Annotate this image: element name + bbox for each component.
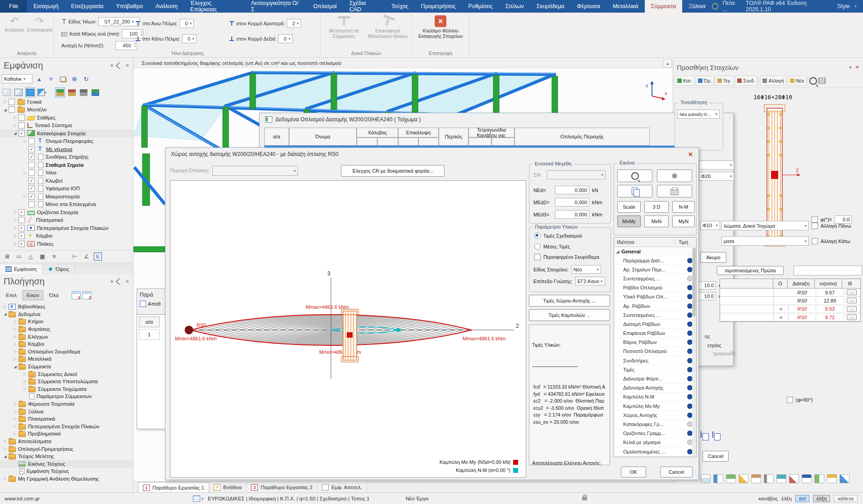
layout-row[interactable]: < RS0 9.53 ... [720,305,860,313]
design-values-radio[interactable]: Τιμές Σχεδιασμού [534,233,582,239]
tree-item[interactable]: Δεδομένα [0,311,133,318]
workspace-1-icon[interactable]: 1 [72,291,81,299]
compare-button[interactable]: < [774,306,789,312]
dimension-icon[interactable]: ⊢ [70,252,79,261]
menu-tab[interactable]: Σχέδια CAD [343,0,385,13]
zoom-window-icon[interactable] [58,74,68,84]
data-dialog-titlebar[interactable]: Δεδομένα Οπλισμού Διατομής W200/20/HEA24… [260,113,733,126]
akyro-button[interactable]: Άκυρο [700,252,726,263]
print-button[interactable] [657,185,692,197]
tree-checkbox[interactable] [18,115,25,121]
tree-checkbox[interactable] [18,217,25,223]
tree-checkbox[interactable] [28,185,35,192]
workspace-tab[interactable]: 2 Παράθυρο Εργασίας 2 [247,482,317,493]
menu-tab[interactable]: Υπόβαθρο [110,0,149,13]
tree-item[interactable]: Βιβλιοθήκες [0,303,133,311]
knowledge-level-combo[interactable]: ΕΓ2-Κανο [575,277,605,285]
3d-button[interactable]: 3 D [644,201,669,213]
epsilon-icon[interactable]: Ε [94,252,102,261]
solid-cube-button[interactable] [25,87,35,97]
tree-checkbox[interactable] [28,201,35,207]
close-icon[interactable]: ✕ [125,279,129,284]
tree-item[interactable]: Φορτίσεις [0,325,133,333]
tree-checkbox[interactable] [28,170,35,176]
render-mode-1-button[interactable] [55,87,65,97]
bottom-icon-strip[interactable] [701,474,849,483]
tree-item[interactable]: Σύμμεικτα Υποστυλώματα [0,378,133,385]
element-types-combo[interactable]: λώματα, Δοκοί Τοιχώμα [721,221,809,230]
workspace-2-icon[interactable]: 2 [83,291,92,299]
cancel-button[interactable]: Cancel [702,451,729,462]
tree-item[interactable]: Ξύλινα [0,408,133,415]
tree-expander-icon[interactable] [12,320,18,324]
nm-button[interactable]: N-M [672,201,695,213]
tree-expander-icon[interactable] [12,342,18,346]
tree-item[interactable]: Γενικά [0,98,133,106]
bottom-flange-combo[interactable]: 0 [182,34,197,43]
element-kind-combo[interactable]: Νέο [571,265,601,274]
tree-item[interactable]: Πεπερασμένα Στοιχεία Πλακών [0,423,133,431]
tree-item[interactable]: Μόνο στα Επιλεγμένα [0,201,133,209]
tree-expander-icon[interactable] [2,447,9,451]
render-mode-2-button[interactable] [67,87,77,97]
tree-item[interactable]: Εικόνες Τεύχους [0,460,133,467]
tree-expander-icon[interactable] [12,349,18,353]
website-link[interactable]: www.tol.com.gr [0,496,44,501]
redo-button[interactable]: ↷ Επαναφορά [27,16,52,32]
use-first-tab[interactable]: σιμοποιούμενες Πρώτα [717,266,784,275]
tree-checkbox[interactable] [9,99,15,105]
tree-expander-icon[interactable] [2,477,9,481]
strength-dialog-titlebar[interactable]: Χώρος αντοχής διατομής W200/20/HEA240 - … [165,148,698,160]
tree-item[interactable]: Μακροστοιχεία [0,192,133,201]
tree-checkbox[interactable] [18,122,25,128]
property-row[interactable]: Υλικό Ράβδων Οπ... [614,293,696,302]
menu-tab[interactable]: Επεξεργασία [64,0,110,13]
scale-button[interactable]: Scale [617,201,641,213]
tree-expander-icon[interactable] [12,409,18,413]
property-row[interactable]: Καμπύλη Mx-My [614,402,696,411]
filter-selected-button[interactable]: Επιλ [2,290,21,300]
tree-item[interactable]: Ήλοι [0,169,133,177]
filter-visible-button[interactable]: Εικον [23,290,43,300]
menu-tab[interactable]: File [0,0,27,13]
menu-tab[interactable]: Φέρουσα [571,0,606,13]
menu-tab[interactable]: Προμετρήσεις [415,0,462,13]
pin-icon[interactable] [116,278,123,285]
tree-checkbox[interactable] [18,209,25,215]
tree-expander-icon[interactable] [22,372,28,376]
tree-checkbox[interactable] [18,241,25,247]
stud-type-combo[interactable]: ST_22_200 [98,17,140,26]
menu-tab[interactable]: Λειτουργικότητα Ο/Σ [245,0,307,13]
tree-expander-icon[interactable] [12,357,18,361]
close-entry-sheet-button[interactable]: ✕ Κλείσιμο Φύλλου Εισαγωγής Στοιχείων [416,15,465,39]
confined-concrete-checkbox[interactable]: Περισφιγμένο Σκυρόδεμα [534,254,599,260]
workspace-tab[interactable]: ? Βοήθεια [209,482,247,493]
cm-input-2[interactable]: 10.0 [698,292,716,300]
menu-tab[interactable]: Έλεγχος Επάρκειας [184,0,245,13]
lock-icon[interactable] [582,497,587,500]
tree-item[interactable]: Τεύχος Μελέτης [0,453,133,460]
tree-expander-icon[interactable] [22,194,28,198]
tree-expander-icon[interactable] [22,139,28,143]
layout-row[interactable]: RS0 12.89 ... [720,297,860,305]
change-top-checkbox[interactable] [812,223,818,229]
tree-expander-icon[interactable] [2,454,9,458]
empty-combo[interactable] [699,160,734,170]
wireframe-cube-button[interactable] [2,87,12,97]
sf-combo[interactable] [547,170,606,179]
analysis-settings[interactable]: ΕΥΡΩΚΩΔΙΚΕΣ | Ιδιομορφική | Κ.Π.Χ. | q=1… [203,496,374,501]
menu-tab[interactable]: Τεύχος [385,0,415,13]
tree-item[interactable]: Προβληματικά [0,430,133,438]
tree-item[interactable]: Ελέγχων [0,333,133,340]
first-field[interactable] [794,266,862,275]
tree-checkbox[interactable] [28,178,35,184]
property-row[interactable]: Οριζόντιες Γραμμ... [614,429,696,438]
tree-item[interactable]: Σύμμεικτα Τοιχώματα [0,385,133,393]
view-scope-combo[interactable]: Καθολικ [2,74,32,83]
chevron-down-icon[interactable]: ▾ [110,63,113,69]
tree-item[interactable]: Κόμβοι [0,340,133,348]
curve-values-button[interactable]: Τιμές Καμπυλών ... [529,309,610,321]
angle-icon[interactable]: ∠ [82,252,91,261]
tree-checkbox[interactable] [28,162,35,168]
tree-item[interactable]: Εμφάνιση Τεύχους [0,467,133,475]
